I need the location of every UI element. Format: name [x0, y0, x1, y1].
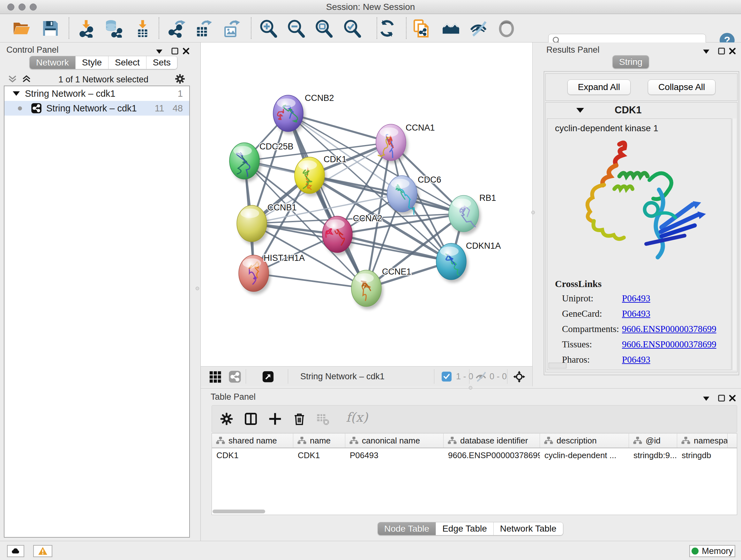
column-header-name[interactable]: name	[293, 434, 345, 448]
warnings-button[interactable]	[33, 545, 52, 557]
cloud-button[interactable]	[7, 545, 24, 557]
panel-menu-icon[interactable]	[701, 46, 712, 57]
column-header-database-identifier[interactable]: database identifier	[444, 434, 540, 448]
first-neighbors-button[interactable]	[441, 18, 461, 39]
float-panel-icon[interactable]	[716, 46, 727, 57]
table-cell[interactable]: cyclin-dependent ...	[540, 448, 629, 462]
column-header-description[interactable]: description	[540, 434, 629, 448]
collection-expand-icon[interactable]	[13, 91, 20, 96]
fit-selected-crosshair-icon[interactable]	[513, 370, 526, 383]
hidden-eye-icon[interactable]	[475, 370, 487, 383]
splitter-handle[interactable]	[196, 287, 199, 290]
collapse-all-icon[interactable]	[8, 74, 18, 85]
toolbar-separator	[377, 17, 377, 39]
table-cell[interactable]: CDK1	[212, 448, 293, 462]
tab-string[interactable]: String	[613, 56, 649, 68]
table-settings-gear-icon[interactable]	[219, 412, 234, 427]
import-table-file-button[interactable]	[132, 18, 153, 39]
export-network-button[interactable]	[166, 18, 187, 39]
grid-view-icon[interactable]	[209, 370, 221, 383]
network-collection-row[interactable]: String Network – cdk1 1	[4, 86, 189, 101]
tab-style[interactable]: Style	[75, 56, 108, 69]
column-header-shared-name[interactable]: shared name	[212, 434, 293, 448]
expand-all-button[interactable]: Expand All	[567, 79, 630, 95]
show-all-button[interactable]	[496, 18, 517, 39]
close-panel-icon[interactable]	[181, 46, 192, 57]
tab-select[interactable]: Select	[108, 56, 146, 69]
float-panel-icon[interactable]	[716, 393, 727, 403]
close-window-icon[interactable]	[7, 3, 14, 10]
window-titlebar: Session: New Session	[0, 0, 741, 14]
gene-section-header[interactable]: CDK1	[546, 103, 737, 118]
toolbar-separator	[406, 17, 407, 39]
close-panel-icon[interactable]	[727, 393, 738, 403]
crosslink-row: Compartments:9606.ENSP00000378699	[555, 324, 717, 334]
float-panel-icon[interactable]	[170, 46, 180, 57]
tab-edge-table[interactable]: Edge Table	[435, 522, 493, 535]
detach-view-icon[interactable]	[262, 370, 274, 383]
table-cell[interactable]: 9606.ENSP00000378699	[444, 448, 540, 462]
export-table-button[interactable]	[193, 18, 214, 39]
tab-network[interactable]: Network	[30, 56, 75, 69]
add-column-icon[interactable]	[268, 412, 283, 427]
column-header-@id[interactable]: @id	[629, 434, 677, 448]
zoom-selected-button[interactable]	[341, 18, 362, 39]
splitter-handle[interactable]	[531, 211, 535, 214]
network-share-icon[interactable]	[228, 370, 241, 383]
table-cell[interactable]: stringdb:9...	[629, 448, 677, 462]
horizontal-scrollbar[interactable]	[549, 363, 566, 368]
save-session-button[interactable]	[40, 18, 61, 39]
tab-network-table[interactable]: Network Table	[493, 522, 563, 535]
hide-selected-button[interactable]	[468, 18, 489, 39]
tab-sets[interactable]: Sets	[146, 56, 177, 69]
network-options-gear-icon[interactable]	[174, 73, 187, 86]
table-cell[interactable]: stringdb	[677, 448, 728, 462]
zoom-fit-button[interactable]	[313, 18, 334, 39]
panel-menu-icon[interactable]	[154, 46, 165, 57]
refresh-button[interactable]	[377, 18, 398, 39]
collection-label: String Network – cdk1	[25, 88, 116, 99]
maximize-window-icon[interactable]	[30, 3, 37, 10]
open-session-button[interactable]	[11, 18, 32, 39]
tab-node-table[interactable]: Node Table	[378, 522, 435, 535]
toolbar-separator	[69, 17, 69, 39]
collapse-all-button[interactable]: Collapse All	[648, 79, 716, 95]
gene-details: cyclin-dependent kinase 1	[547, 118, 731, 370]
expand-all-icon[interactable]	[22, 74, 32, 85]
table-cell[interactable]: P06493	[345, 448, 444, 462]
table-horizontal-scrollbar[interactable]	[212, 509, 265, 513]
table-row[interactable]: CDK1CDK1P064939606.ENSP00000378699cyclin…	[212, 448, 737, 462]
splitter-handle[interactable]	[469, 386, 472, 389]
network-canvas[interactable]: CCNB2CCNA1CDC25BCDK1CDC6RB1CCNB1CCNA2CDK…	[201, 43, 533, 366]
memory-button[interactable]: Memory	[689, 545, 735, 557]
clone-network-button[interactable]	[411, 18, 432, 39]
import-network-database-button[interactable]	[103, 18, 124, 39]
column-header-namespace[interactable]: namespace	[677, 434, 728, 448]
export-image-button[interactable]	[221, 18, 242, 39]
minimize-window-icon[interactable]	[18, 3, 25, 10]
network-view-title: String Network – cdk1	[300, 367, 385, 387]
crosslink-link[interactable]: P06493	[622, 354, 650, 365]
table-cell[interactable]: CDK1	[293, 448, 345, 462]
memory-status-dot	[691, 548, 698, 555]
import-network-file-button[interactable]	[76, 18, 97, 39]
zoom-in-button[interactable]	[258, 18, 279, 39]
collapse-section-icon[interactable]	[576, 108, 584, 113]
table-toolbar: f(x)	[212, 405, 737, 433]
crosslink-link[interactable]: P06493	[622, 293, 650, 304]
close-panel-icon[interactable]	[727, 46, 738, 57]
warning-icon	[38, 546, 48, 556]
vertical-scrollbar[interactable]	[732, 118, 737, 370]
crosslink-link[interactable]: 9606.ENSP00000378699	[622, 324, 717, 334]
svg-text:CCNB2: CCNB2	[305, 93, 334, 103]
show-columns-icon[interactable]	[244, 412, 259, 427]
delete-column-icon[interactable]	[292, 412, 307, 427]
column-header-canonical-name[interactable]: canonical name	[345, 434, 444, 448]
zoom-out-button[interactable]	[285, 18, 307, 39]
panel-menu-icon[interactable]	[701, 393, 712, 403]
crosslink-link[interactable]: P06493	[622, 308, 650, 319]
network-graph[interactable]: CCNB2CCNA1CDC25BCDK1CDC6RB1CCNB1CCNA2CDK…	[201, 43, 530, 366]
crosslink-link[interactable]: 9606.ENSP00000378699	[622, 339, 717, 350]
network-row[interactable]: String Network – cdk1 11 48	[4, 101, 189, 116]
selected-checkbox-icon[interactable]	[442, 372, 452, 381]
